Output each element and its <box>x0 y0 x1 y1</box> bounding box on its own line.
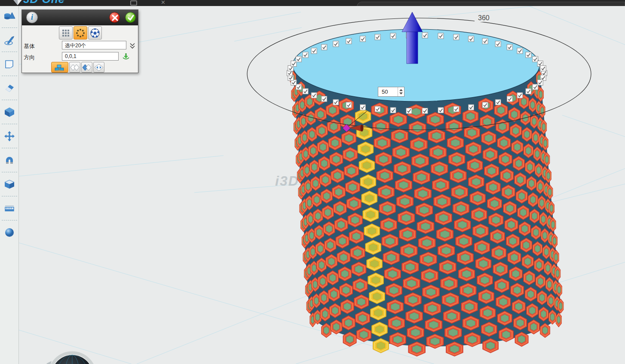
pencil-icon <box>4 34 15 46</box>
spinner-up-button[interactable] <box>399 89 403 91</box>
instance-checkbox[interactable] <box>469 36 474 42</box>
instance-checkbox[interactable] <box>438 107 444 113</box>
boxes-icon <box>54 63 66 72</box>
linear-pattern-icon <box>61 29 70 37</box>
instance-checkbox[interactable] <box>438 33 444 39</box>
new-document-icon[interactable] <box>130 0 137 6</box>
rotate-view-arrow[interactable] <box>46 361 52 364</box>
instance-checkbox[interactable] <box>526 52 531 58</box>
instance-checkbox[interactable] <box>422 108 428 113</box>
cancel-button[interactable] <box>109 12 120 23</box>
surface-tool[interactable] <box>0 54 19 74</box>
instance-checkbox[interactable] <box>346 38 352 44</box>
instance-checkbox[interactable] <box>482 102 488 108</box>
instance-checkbox[interactable] <box>495 99 501 105</box>
instances-toggle-button[interactable] <box>93 62 104 73</box>
sidebar-separator <box>2 28 17 28</box>
sidebar-separator <box>2 196 17 196</box>
direction-label: 方向 <box>24 54 35 61</box>
instance-checkbox[interactable] <box>540 65 546 71</box>
confirm-button[interactable] <box>125 12 136 23</box>
base-label: 基体 <box>24 43 35 50</box>
instance-count-spinner[interactable]: 50 <box>378 87 404 97</box>
cube-icon <box>4 107 15 118</box>
pick-direction-icon[interactable] <box>122 53 130 61</box>
two-diamonds-icon <box>70 64 80 71</box>
render-tool[interactable] <box>0 222 19 242</box>
sidebar-separator <box>2 124 17 124</box>
instances-white-button[interactable] <box>69 62 80 73</box>
instance-checkbox[interactable] <box>526 89 531 94</box>
primitives-icon <box>3 10 15 21</box>
instance-checkbox[interactable] <box>360 36 365 42</box>
sidebar-separator <box>2 220 17 220</box>
dialog-header[interactable]: i <box>22 10 138 25</box>
instance-checkbox[interactable] <box>533 84 538 90</box>
instance-checkbox[interactable] <box>303 52 308 58</box>
close-icon[interactable]: ✕ <box>161 0 165 6</box>
sidebar-separator <box>2 172 17 172</box>
spinner-down-button[interactable] <box>399 92 403 95</box>
diamond-arrows-icon <box>94 64 104 71</box>
sketch-tool[interactable] <box>0 30 19 50</box>
solid-tool[interactable] <box>0 102 19 122</box>
app-logo-text: 3D One <box>23 0 65 6</box>
instance-count-value[interactable]: 50 <box>378 87 398 96</box>
linear-pattern-button[interactable] <box>59 26 73 40</box>
ruler-icon <box>4 203 15 214</box>
instance-checkbox[interactable] <box>333 41 339 47</box>
instance-checkbox[interactable] <box>469 104 474 110</box>
instance-checkbox[interactable] <box>507 44 512 50</box>
sidebar-separator <box>2 148 17 148</box>
instance-checkbox[interactable] <box>322 44 327 50</box>
check-icon <box>127 14 135 21</box>
info-icon[interactable]: i <box>26 12 38 23</box>
instance-checkbox[interactable] <box>453 34 459 40</box>
sidebar-separator <box>2 52 17 52</box>
special-features-tool[interactable] <box>0 174 19 194</box>
measure-tool[interactable] <box>0 198 19 218</box>
x-icon <box>111 14 119 21</box>
instance-checkbox[interactable] <box>375 106 380 112</box>
move-tool[interactable] <box>0 126 19 146</box>
instance-checkbox[interactable] <box>311 48 317 54</box>
merge-instances-button[interactable] <box>51 62 68 73</box>
base-input[interactable]: 选中20个 <box>62 41 126 49</box>
spinner-buttons <box>398 87 404 96</box>
edit-tool[interactable] <box>0 78 19 98</box>
instance-checkbox[interactable] <box>346 102 352 108</box>
surface-pattern-button[interactable] <box>88 26 102 40</box>
instance-checkbox[interactable] <box>311 92 317 98</box>
magnet-icon <box>4 155 15 166</box>
instance-checkbox[interactable] <box>517 92 523 98</box>
circular-pattern-button[interactable] <box>74 26 87 40</box>
instance-checkbox[interactable] <box>422 33 428 38</box>
instance-checkbox[interactable] <box>453 106 459 112</box>
instance-checkbox[interactable] <box>495 41 501 47</box>
primitives-tool[interactable] <box>0 6 19 26</box>
instance-checkbox[interactable] <box>390 107 396 113</box>
instance-checkbox[interactable] <box>360 104 365 110</box>
sidebar-separator <box>2 76 17 76</box>
tool-sidebar <box>0 6 19 364</box>
sphere-icon <box>4 227 15 238</box>
instance-checkbox[interactable] <box>517 48 523 54</box>
instance-checkbox[interactable] <box>390 33 396 39</box>
assembly-tool[interactable] <box>0 150 19 170</box>
direction-input[interactable]: 0,0,1 <box>62 52 119 61</box>
view-navigation-ball[interactable] <box>46 353 95 364</box>
instance-checkbox[interactable] <box>507 96 512 102</box>
instance-checkbox[interactable] <box>375 34 380 40</box>
pattern-angle-label: 360 <box>475 14 493 22</box>
chevron-double-down-icon[interactable] <box>129 43 135 49</box>
move-arrows-icon <box>4 131 15 142</box>
instance-checkbox[interactable] <box>482 38 488 44</box>
instances-mixed-button[interactable] <box>81 62 92 73</box>
instance-checkbox[interactable] <box>333 99 339 105</box>
layers-book-icon <box>4 179 15 190</box>
instance-checkbox[interactable] <box>296 56 301 62</box>
instance-checkbox[interactable] <box>322 96 327 102</box>
pattern-dialog: i <box>21 9 138 73</box>
instance-checkbox[interactable] <box>303 89 308 94</box>
instance-checkbox[interactable] <box>406 108 412 113</box>
